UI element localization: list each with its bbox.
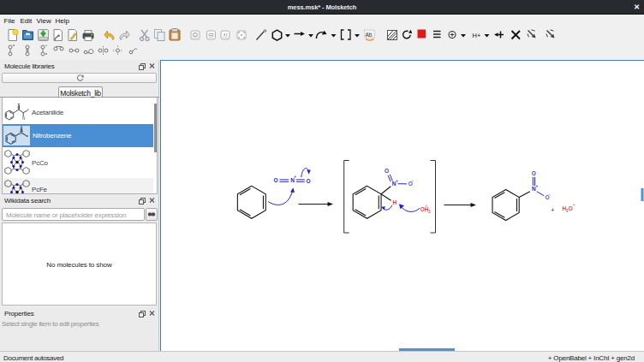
svg-text:O: O [306, 178, 310, 184]
svg-text:+: + [396, 179, 398, 183]
svg-text:+: + [573, 203, 575, 207]
svg-text:+: + [294, 175, 296, 179]
svg-text:O: O [274, 177, 278, 183]
svg-text:N: N [22, 116, 25, 121]
svg-text:-: - [549, 192, 551, 197]
svg-text:-: - [412, 178, 414, 183]
svg-text:+: + [535, 184, 538, 188]
svg-text:N: N [20, 130, 23, 135]
svg-text:H+: H+ [473, 32, 481, 39]
svg-text:+: + [551, 207, 554, 213]
svg-text:+: + [425, 204, 427, 208]
svg-text:O: O [385, 168, 389, 174]
svg-text:2: 2 [428, 210, 431, 214]
svg-text:O: O [532, 170, 536, 176]
svg-text:H: H [392, 199, 397, 205]
svg-text:Ab: Ab [366, 32, 373, 38]
